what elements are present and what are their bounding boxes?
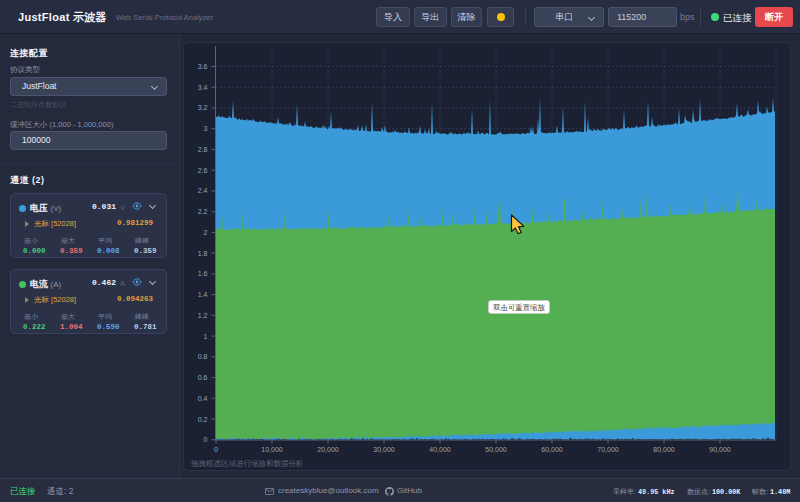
svg-text:2.4: 2.4 bbox=[198, 187, 208, 194]
svg-text:40,000: 40,000 bbox=[429, 446, 451, 453]
svg-text:70,000: 70,000 bbox=[597, 446, 619, 453]
svg-text:50,000: 50,000 bbox=[485, 446, 507, 453]
svg-text:3.4: 3.4 bbox=[198, 84, 208, 91]
svg-text:0: 0 bbox=[204, 436, 208, 443]
svg-text:0.8: 0.8 bbox=[198, 353, 208, 360]
svg-text:1.8: 1.8 bbox=[198, 250, 208, 257]
svg-text:1: 1 bbox=[204, 333, 208, 340]
svg-text:0.2: 0.2 bbox=[198, 416, 208, 423]
svg-text:80,000: 80,000 bbox=[653, 446, 675, 453]
svg-text:0.4: 0.4 bbox=[198, 395, 208, 402]
svg-text:1.6: 1.6 bbox=[198, 270, 208, 277]
svg-text:30,000: 30,000 bbox=[373, 446, 395, 453]
svg-text:20,000: 20,000 bbox=[317, 446, 339, 453]
svg-text:60,000: 60,000 bbox=[541, 446, 563, 453]
svg-text:0: 0 bbox=[214, 446, 218, 453]
svg-text:1.2: 1.2 bbox=[198, 312, 208, 319]
svg-text:1.4: 1.4 bbox=[198, 291, 208, 298]
svg-text:2.8: 2.8 bbox=[198, 146, 208, 153]
svg-text:双击可重置缩放: 双击可重置缩放 bbox=[492, 303, 545, 312]
svg-text:0.6: 0.6 bbox=[198, 374, 208, 381]
svg-text:拖拽框选区域进行缩放和数据分析: 拖拽框选区域进行缩放和数据分析 bbox=[190, 459, 304, 468]
svg-text:2.2: 2.2 bbox=[198, 208, 208, 215]
svg-text:10,000: 10,000 bbox=[261, 446, 283, 453]
svg-text:90,000: 90,000 bbox=[709, 446, 731, 453]
svg-text:3: 3 bbox=[204, 125, 208, 132]
svg-text:2.6: 2.6 bbox=[198, 167, 208, 174]
svg-text:2: 2 bbox=[204, 229, 208, 236]
svg-text:3.6: 3.6 bbox=[198, 63, 208, 70]
svg-text:3.2: 3.2 bbox=[198, 104, 208, 111]
